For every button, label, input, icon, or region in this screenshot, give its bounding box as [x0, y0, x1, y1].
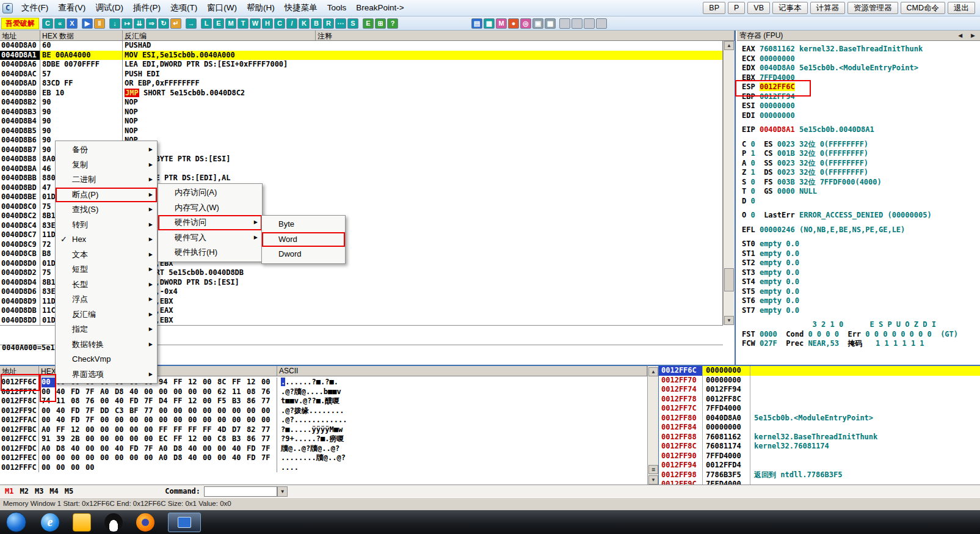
- menubar-item[interactable]: 快捷菜单: [280, 0, 322, 16]
- context-menu-item[interactable]: 反汇编▶: [56, 307, 157, 323]
- register-line[interactable]: ESP 0012FF6C: [742, 82, 980, 92]
- register-line[interactable]: ST4 empty 0.0: [742, 277, 980, 287]
- hardware-submenu-item[interactable]: Byte: [262, 217, 345, 232]
- source-button[interactable]: S: [347, 18, 358, 29]
- stack-row[interactable]: 0012FF7000000000: [659, 376, 980, 386]
- context-menu-item[interactable]: 复制▶: [56, 158, 157, 173]
- stack-row[interactable]: 0012FF800040D8A05e15cb0b.<ModuleEntryPoi…: [659, 414, 980, 423]
- menubar-button[interactable]: CMD命令: [901, 2, 945, 14]
- disasm-row[interactable]: 0040D8B590NOP: [0, 126, 723, 136]
- menubar-item[interactable]: BreakPoint->: [351, 0, 408, 16]
- goto-button[interactable]: →: [186, 18, 197, 29]
- stack-row[interactable]: 0012FF8C76081174kernel32.76081174: [659, 442, 980, 452]
- context-menu-item[interactable]: 短型▶: [56, 262, 157, 277]
- menubar-item[interactable]: 选项(T): [165, 0, 202, 16]
- execute-till-return-button[interactable]: ↵: [170, 18, 181, 29]
- disasm-row[interactable]: 0040D8A68DBE 0070FFFFLEA EDI,DWORD PTR D…: [0, 60, 723, 70]
- breakpoint-submenu-item[interactable]: 硬件写入▶: [158, 230, 262, 246]
- register-line[interactable]: ST3 empty 0.0: [742, 268, 980, 278]
- disabled-button-2[interactable]: [572, 18, 583, 29]
- register-line[interactable]: D 0: [742, 197, 980, 207]
- dump-row[interactable]: 0012FFCC91392B0000000000ECFF1200C8B38677…: [0, 434, 647, 444]
- command-dropdown-icon[interactable]: ▼: [277, 486, 288, 497]
- windows-button[interactable]: W: [250, 18, 261, 29]
- plugin-window-button[interactable]: ▣: [532, 18, 543, 29]
- plugin-map-button[interactable]: ▦: [484, 18, 495, 29]
- register-line[interactable]: S 0 FS 003B 32位 7FFDF000(4000): [742, 178, 980, 188]
- dump-row[interactable]: 0012FF7C0040FD7FA0D840000000000062110876…: [0, 387, 647, 397]
- register-line[interactable]: EDX 0040D8A0 5e15cb0b.<ModuleEntryPoint>: [742, 64, 980, 73]
- scroll-up-icon[interactable]: ▲: [648, 367, 658, 376]
- dump-row[interactable]: 0012FFBCA0FF120000000000FFFFFFFF4DD78277…: [0, 425, 647, 435]
- memory-tab-m3[interactable]: M3: [35, 487, 43, 496]
- breakpoint-submenu-item[interactable]: 内存访问(A): [158, 185, 262, 200]
- taskbar-qq-icon[interactable]: [104, 513, 123, 532]
- stack-row[interactable]: 0012FF9C7FFD4000: [659, 480, 980, 485]
- disasm-row[interactable]: 0040D8B290NOP: [0, 98, 723, 108]
- plugin-target-button[interactable]: ◎: [520, 18, 531, 29]
- context-menu-item[interactable]: 二进制▶: [56, 172, 157, 188]
- call-stack-button[interactable]: K: [299, 18, 310, 29]
- options-button[interactable]: E: [363, 18, 374, 29]
- disasm-row[interactable]: 0040D8AC57PUSH EDI: [0, 70, 723, 79]
- cpu-button[interactable]: C: [274, 18, 285, 29]
- menubar-item[interactable]: 插件(P): [128, 0, 165, 16]
- patches-button[interactable]: /: [286, 18, 297, 29]
- register-line[interactable]: ST5 empty 0.0: [742, 287, 980, 297]
- menubar-item[interactable]: 文件(F): [16, 0, 53, 16]
- animate-over-button[interactable]: ⇒: [146, 18, 157, 29]
- memory-tab-m2[interactable]: M2: [20, 487, 28, 496]
- register-line[interactable]: EFL 00000246 (NO,NB,E,BE,NS,PE,GE,LE): [742, 225, 980, 235]
- register-line[interactable]: ST2 empty 0.0: [742, 258, 980, 268]
- context-menu-item[interactable]: ✓Hex▶: [56, 232, 157, 247]
- register-line[interactable]: P 1 CS 001B 32位 0(FFFFFFFF): [742, 149, 980, 159]
- dump-row[interactable]: 0012FF9C0040FD7FDDC3BF770000000000000000…: [0, 406, 647, 416]
- memory-tab-m4[interactable]: M4: [49, 487, 58, 496]
- menubar-item[interactable]: 帮助(H): [242, 0, 280, 16]
- context-menu-item[interactable]: 转到▶: [56, 218, 157, 233]
- run-trace-button[interactable]: ⋯: [335, 18, 346, 29]
- context-menu-item[interactable]: 指定▶: [56, 322, 157, 337]
- stack-row[interactable]: 0012FF7C7FFD4000: [659, 404, 980, 414]
- disasm-row[interactable]: 0040D8AD83CD FFOR EBP,0xFFFFFFFF: [0, 79, 723, 89]
- disasm-row[interactable]: 0040D8A060PUSHAD: [0, 41, 723, 51]
- context-menu-item[interactable]: 长型▶: [56, 277, 157, 293]
- dump-row[interactable]: 0012FFFC00000000....: [0, 463, 647, 473]
- dump-row[interactable]: 0012FF8C741108760040FD7FD4FF1200F5B38677…: [0, 397, 647, 406]
- plugin-save-button[interactable]: ▤: [471, 18, 482, 29]
- disabled-button-1[interactable]: [559, 18, 570, 29]
- command-input[interactable]: [204, 486, 277, 497]
- threads-button[interactable]: T: [238, 18, 249, 29]
- context-menu-item[interactable]: 断点(P)▶: [56, 188, 157, 203]
- register-line[interactable]: C 0 ES 0023 32位 0(FFFFFFFF): [742, 140, 980, 150]
- trace-into-button[interactable]: ↻: [158, 18, 169, 29]
- registers-prev-icon[interactable]: ◀: [958, 32, 962, 38]
- dump-row[interactable]: 0012FFAC0040FD7F000000000000000000000000…: [0, 415, 647, 425]
- menubar-button[interactable]: 记事本: [772, 2, 808, 14]
- register-line[interactable]: ST0 empty 0.0: [742, 240, 980, 249]
- register-line[interactable]: ESI 00000000: [742, 101, 980, 111]
- menubar-button[interactable]: BP: [703, 2, 725, 14]
- menubar-item[interactable]: 调试(D): [90, 0, 128, 16]
- scroll-down-icon[interactable]: ▼: [724, 316, 734, 325]
- registers-next-icon[interactable]: ▶: [971, 32, 975, 38]
- disasm-row[interactable]: 0040D8B390NOP: [0, 108, 723, 117]
- register-line[interactable]: ST7 empty 0.0: [742, 306, 980, 316]
- breakpoint-submenu-item[interactable]: 硬件执行(H): [158, 245, 262, 260]
- register-line[interactable]: ECX 00000000: [742, 54, 980, 64]
- dump-row[interactable]: 0012FFDCA0D840000040FD7FA0D840000040FD7F…: [0, 444, 647, 454]
- memory-map-button[interactable]: M: [225, 18, 236, 29]
- menubar-button[interactable]: P: [728, 2, 745, 14]
- pause-button[interactable]: ‖: [94, 18, 105, 29]
- breakpoints-button[interactable]: B: [311, 18, 322, 29]
- register-line[interactable]: A 0 SS 0023 32位 0(FFFFFFFF): [742, 159, 980, 169]
- handles-button[interactable]: H: [262, 18, 273, 29]
- menubar-button[interactable]: 计算器: [810, 2, 846, 14]
- disabled-button-4[interactable]: [596, 18, 607, 29]
- register-line[interactable]: EBP 0012FF94: [742, 92, 980, 102]
- menubar-button[interactable]: 资源管理器: [848, 2, 898, 14]
- menubar-item[interactable]: 查看(V): [53, 0, 90, 16]
- run-button[interactable]: ▶: [82, 18, 93, 29]
- plugin-m-button[interactable]: M: [496, 18, 507, 29]
- menubar-item[interactable]: Tools: [322, 0, 352, 16]
